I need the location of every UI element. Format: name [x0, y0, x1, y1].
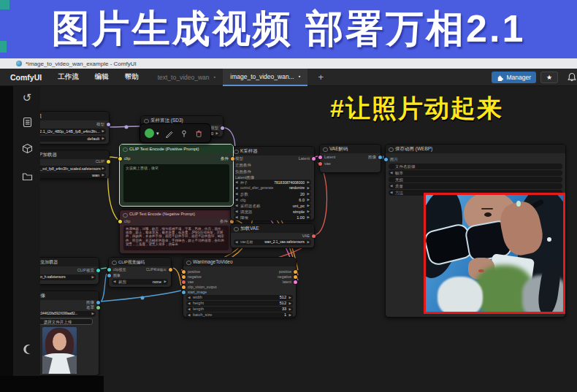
- pin-icon[interactable]: [180, 129, 188, 138]
- quality-widget[interactable]: 质量: [389, 183, 562, 189]
- star-button[interactable]: ★: [540, 72, 558, 83]
- workflow-tab-image-to-video[interactable]: image_to_video_wan...: [223, 69, 307, 86]
- vae-port[interactable]: [318, 162, 322, 166]
- node-title[interactable]: 保存动画 (WEBP): [386, 145, 565, 153]
- node-vae-decode[interactable]: VAE解码 Latent vae 图像: [319, 144, 381, 173]
- input-model[interactable]: 模型: [235, 156, 243, 161]
- clip-vision-output-port[interactable]: [169, 268, 172, 272]
- history-icon[interactable]: ↺: [21, 92, 33, 104]
- output-positive[interactable]: positive: [279, 269, 291, 274]
- node-wan-image-to-video[interactable]: WanImageToVideo positive negative vae cl…: [183, 257, 297, 318]
- edit-pen-icon[interactable]: [165, 129, 174, 138]
- vae-port[interactable]: [312, 234, 316, 238]
- clip-vision-port[interactable]: [96, 269, 100, 272]
- vae-port[interactable]: [182, 280, 186, 284]
- output-mask[interactable]: 遮罩: [86, 305, 94, 310]
- manager-button[interactable]: Manager: [492, 72, 536, 83]
- output-latent[interactable]: latent: [283, 280, 291, 284]
- positive-prompt-textarea[interactable]: 女孩戴上墨镜，微笑: [123, 164, 229, 202]
- node-save-animated-webp[interactable]: 保存动画 (WEBP) 图片 文件名前缀 帧率 无损 质量 方法: [385, 144, 566, 318]
- model-port[interactable]: [107, 123, 110, 126]
- clip-port[interactable]: [118, 220, 122, 223]
- width-widget[interactable]: width512: [186, 295, 293, 300]
- mask-port[interactable]: [96, 306, 100, 310]
- clip-vision-port[interactable]: [107, 268, 111, 272]
- height-widget[interactable]: height512: [186, 301, 293, 306]
- filename-prefix-widget[interactable]: 文件名前缀: [389, 164, 562, 169]
- scheduler-widget[interactable]: 调度器simple: [234, 209, 311, 215]
- menu-workflow[interactable]: 工作流: [58, 72, 79, 82]
- node-title[interactable]: CLIP视觉编码: [109, 258, 171, 266]
- clip-port[interactable]: [107, 160, 110, 164]
- lossless-widget[interactable]: 无损: [389, 177, 562, 182]
- folder-icon[interactable]: [21, 171, 33, 182]
- control-after-generate-widget[interactable]: control_after_generaterandomize: [234, 185, 311, 191]
- crop-widget[interactable]: 裁剪none: [112, 279, 168, 285]
- input-image[interactable]: 图像: [113, 273, 121, 278]
- clip-vision-output-port[interactable]: [182, 285, 186, 289]
- vae-name-widget[interactable]: vae名称wan_2.1_vae.safetensors: [234, 239, 311, 245]
- workflow-tab-text-to-video[interactable]: text_to_video_wan: [150, 69, 223, 86]
- output-clip-vision[interactable]: CLIP视觉: [77, 268, 94, 273]
- input-positive[interactable]: positive: [188, 269, 200, 274]
- input-negative[interactable]: negative: [188, 274, 202, 279]
- node-title[interactable]: 加载VAE: [231, 224, 314, 233]
- output-conditioning[interactable]: 条件: [220, 219, 228, 224]
- comfyui-logo[interactable]: ComfyUI: [10, 73, 42, 82]
- steps-widget[interactable]: 步数20: [234, 191, 311, 197]
- image-port[interactable]: [384, 158, 388, 161]
- node-title[interactable]: K采样器: [231, 147, 314, 155]
- denoise-widget[interactable]: 降噪1.00: [234, 215, 311, 220]
- node-clip-text-encode-negative[interactable]: CLIP Text Encode (Negative Prompt) clip …: [119, 210, 233, 254]
- model-port[interactable]: [221, 126, 224, 130]
- run-node-button[interactable]: [145, 128, 154, 138]
- seed-widget[interactable]: 种子781830874008000: [234, 180, 311, 185]
- browser-tab-title[interactable]: *image_to_video_wan_example - ComfyUI: [26, 61, 137, 67]
- fps-widget[interactable]: 帧率: [389, 170, 562, 176]
- input-positive[interactable]: 正面条件: [235, 163, 251, 168]
- node-clip-text-encode-positive[interactable]: CLIP Text Encode (Positive Prompt) clip …: [119, 144, 234, 207]
- bell-button[interactable]: [562, 71, 577, 84]
- output-clip-vision-output[interactable]: CLIP视觉输出: [146, 267, 167, 272]
- trash-icon[interactable]: [194, 129, 203, 138]
- node-title[interactable]: WanImageToVideo: [183, 258, 296, 266]
- input-latent[interactable]: Latent: [324, 155, 335, 160]
- node-ksampler[interactable]: K采样器 模型 正面条件 负面条件 Latent图像 Latent 种子7818…: [230, 146, 315, 220]
- cfg-widget[interactable]: cfg6.0: [234, 197, 311, 203]
- clip-port[interactable]: [118, 157, 122, 161]
- new-workflow-tab-button[interactable]: +: [318, 72, 324, 82]
- workflows-icon[interactable]: [21, 117, 33, 128]
- conditioning-port[interactable]: [294, 270, 297, 274]
- latent-port[interactable]: [312, 157, 316, 161]
- theme-moon-icon[interactable]: [21, 343, 33, 355]
- conditioning-port[interactable]: [182, 275, 186, 279]
- node-title[interactable]: VAE解码: [320, 145, 381, 153]
- batch-size-widget[interactable]: batch_size1: [186, 312, 293, 318]
- conditioning-port[interactable]: [294, 275, 297, 279]
- output-latent[interactable]: Latent: [299, 156, 310, 161]
- latent-port[interactable]: [318, 155, 322, 159]
- input-vae[interactable]: vae: [324, 161, 331, 166]
- node-clip-vision-encode[interactable]: CLIP视觉编码 clip视觉 图像 CLIP视觉输出 裁剪none: [108, 257, 172, 288]
- graph-canvas[interactable]: #让照片动起来 视频 模型 wan2.1_i2v_480p_14B_fp8_e4…: [0, 86, 577, 392]
- input-clip[interactable]: clip: [124, 156, 130, 161]
- output-model[interactable]: 模型: [210, 126, 218, 131]
- image-port[interactable]: [107, 274, 111, 277]
- latent-port[interactable]: [294, 280, 297, 284]
- image-port[interactable]: [182, 291, 186, 294]
- input-vae[interactable]: vae: [188, 280, 194, 284]
- input-negative[interactable]: 负面条件: [235, 169, 251, 174]
- input-start-image[interactable]: start_image: [188, 290, 207, 294]
- output-image[interactable]: 图像: [368, 155, 376, 160]
- sampler-name-widget[interactable]: 采样器名称uni_pc: [234, 203, 311, 209]
- node-title[interactable]: CLIP Text Encode (Positive Prompt): [120, 145, 233, 153]
- length-widget[interactable]: length33: [186, 307, 293, 312]
- model-library-icon[interactable]: [21, 143, 33, 155]
- negative-prompt-textarea[interactable]: 色调艳丽，过曝，静态，细节模糊不清，字幕，风格，作品，画作，画面，静止，整体发灰…: [123, 226, 229, 250]
- output-image[interactable]: 图像: [86, 300, 94, 305]
- input-clip[interactable]: clip: [124, 219, 130, 224]
- output-conditioning[interactable]: 条件: [221, 156, 229, 161]
- output-clip[interactable]: CLIP: [96, 159, 104, 164]
- node-title[interactable]: CLIP Text Encode (Negative Prompt): [120, 210, 232, 218]
- menu-edit[interactable]: 编辑: [95, 72, 109, 82]
